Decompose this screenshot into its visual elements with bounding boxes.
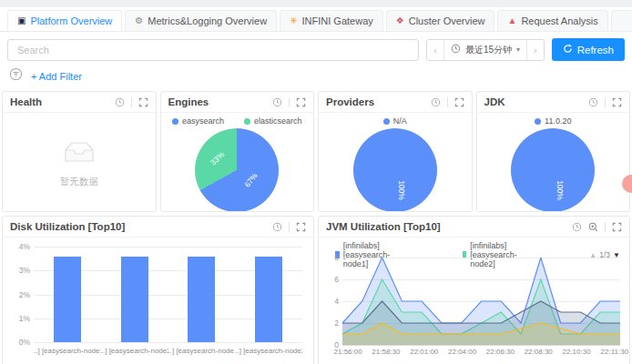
legend-dot (535, 118, 541, 125)
jdk-pie-chart: 100% (511, 128, 595, 212)
tab-label: Cluster Overview (409, 15, 485, 26)
panel-jdk: JDK 11.0.20 100% (476, 91, 631, 212)
pie-slice-label: 33% (209, 149, 226, 167)
platform-icon: ▣ (17, 16, 25, 25)
tab-more[interactable]: — (611, 10, 632, 31)
divider (447, 97, 448, 107)
panel-title: JDK (484, 96, 505, 107)
add-filter-button[interactable]: + Add Filter (31, 71, 82, 82)
x-axis-label: 22:08:30 (525, 348, 553, 356)
refresh-label: Refresh (577, 45, 614, 56)
time-prev-button[interactable]: ‹ (427, 40, 443, 60)
panel-jvm-utilization: JVM Utilization [Top10] [infinilabs] [ea… (318, 216, 630, 364)
divider (289, 222, 290, 232)
providers-pie-chart: 100% (353, 128, 437, 212)
tab-label: INFINI Gateway (302, 15, 373, 26)
x-axis-label: 22:11:30 (601, 348, 629, 356)
legend-dot (383, 118, 390, 125)
panel-title: JVM Utilization [Top10] (326, 221, 441, 232)
legend-item[interactable]: 11.0.20 (535, 116, 571, 126)
bar (255, 257, 282, 343)
pie-slice-label: 100% (555, 180, 564, 200)
panel-title: Engines (168, 96, 209, 107)
disk-bar-chart: 4%3%2%1%0% ..] [easysearch-node1]..] [ea… (3, 238, 313, 364)
tab-cluster-overview[interactable]: ❖ Cluster Overview (386, 10, 495, 31)
time-next-button[interactable]: › (527, 40, 544, 60)
divider (605, 97, 606, 107)
expand-icon[interactable] (612, 97, 622, 107)
empty-state: 暂无数据 (3, 113, 156, 212)
bar (54, 257, 81, 343)
pie-slice-label: 67% (242, 172, 259, 190)
empty-text: 暂无数据 (60, 176, 98, 188)
legend-item[interactable]: N/A (383, 116, 407, 126)
expand-icon[interactable] (296, 222, 306, 232)
legend-label: N/A (393, 116, 407, 126)
gateway-icon: ✳ (290, 16, 297, 25)
clock-icon[interactable] (588, 97, 598, 107)
refresh-button[interactable]: Refresh (552, 38, 625, 61)
clock-icon[interactable] (572, 222, 582, 232)
tab-label: Metrics&Logging Overview (148, 15, 267, 26)
x-axis-label: 21:56:00 (334, 348, 362, 356)
expand-icon[interactable] (138, 97, 148, 107)
legend-dot (172, 118, 178, 125)
time-range-select[interactable]: 最近15分钟 ▾ (443, 40, 527, 60)
tab-request-analysis[interactable]: ▲ Request Analysis (497, 10, 607, 31)
time-range-value: 最近15分钟 (465, 44, 512, 56)
clock-icon (451, 44, 461, 56)
legend-item[interactable]: easysearch (172, 116, 224, 126)
x-axis-label: 21:58:30 (372, 348, 400, 356)
y-axis-tick: 2 (328, 318, 339, 328)
divider (131, 97, 132, 107)
panel-title: Providers (326, 96, 374, 107)
search-input[interactable] (7, 39, 419, 61)
gridline (34, 342, 302, 343)
y-axis-tick: 1% (6, 314, 30, 323)
filter-icon[interactable] (9, 67, 23, 85)
time-range-picker: ‹ 最近15分钟 ▾ › (426, 39, 544, 61)
clock-icon[interactable] (272, 222, 282, 232)
panel-disk-utilization: Disk Utilization [Top10] 4%3%2%1%0% ..] … (2, 216, 314, 364)
chevron-down-icon: ▾ (516, 46, 520, 54)
expand-icon[interactable] (296, 97, 306, 107)
add-filter-row: + Add Filter (0, 66, 632, 91)
tab-label: Request Analysis (521, 15, 597, 26)
divider (605, 222, 606, 232)
y-axis-tick: 4% (6, 242, 30, 251)
bar (188, 257, 215, 343)
y-axis-tick: 6 (328, 275, 339, 284)
gridline (34, 247, 302, 248)
legend-dot (244, 118, 250, 125)
legend-item[interactable]: elasticsearch (244, 116, 302, 126)
panel-providers: Providers N/A 100% (318, 91, 473, 212)
legend-label: easysearch (182, 116, 224, 126)
zoom-in-icon[interactable] (588, 222, 598, 232)
clock-icon[interactable] (115, 97, 125, 107)
y-axis-tick: 8 (328, 253, 339, 262)
tab-platform-overview[interactable]: ▣ Platform Overview (7, 10, 122, 31)
clock-icon[interactable] (272, 97, 282, 107)
y-axis-tick: 0% (6, 338, 30, 347)
x-axis-label: ..] [easysearch-node2] (101, 347, 168, 355)
x-axis-line (342, 345, 620, 346)
y-axis-tick: 2% (6, 290, 30, 299)
tab-infini-gateway[interactable]: ✳ INFINI Gateway (280, 10, 383, 31)
legend-label: elasticsearch (254, 116, 302, 126)
metrics-icon: ⚙ (135, 16, 143, 25)
legend-label: 11.0.20 (545, 116, 571, 126)
panel-title: Health (10, 96, 42, 107)
divider (289, 97, 290, 107)
x-axis-label: 22:06:30 (486, 348, 515, 356)
x-axis-label: 22:04:00 (448, 348, 476, 356)
tab-metrics-logging-overview[interactable]: ⚙ Metrics&Logging Overview (125, 10, 277, 31)
window-top-strip (0, 0, 632, 7)
y-axis-tick: 4 (328, 297, 339, 306)
expand-icon[interactable] (612, 222, 622, 232)
x-axis-label: ..] [easysearch-node1] (34, 347, 101, 355)
expand-icon[interactable] (454, 97, 464, 107)
dashboard-grid: Health 暂无数据 Engines (0, 91, 632, 364)
empty-box-illustration (58, 137, 100, 170)
clock-icon[interactable] (431, 97, 441, 107)
panel-title: Disk Utilization [Top10] (10, 221, 125, 232)
